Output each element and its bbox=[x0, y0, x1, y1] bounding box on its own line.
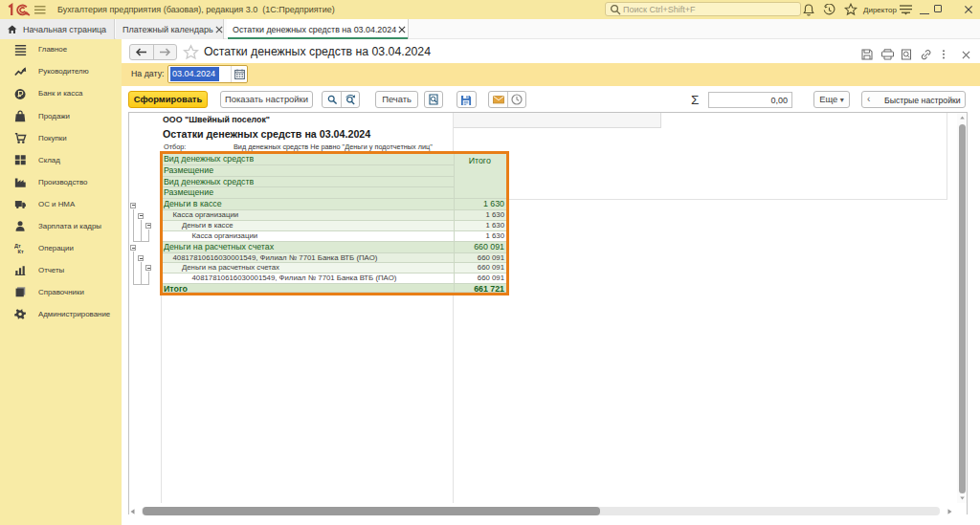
svg-text:Дт: Дт bbox=[14, 243, 21, 249]
svg-text:Кт: Кт bbox=[17, 249, 23, 254]
